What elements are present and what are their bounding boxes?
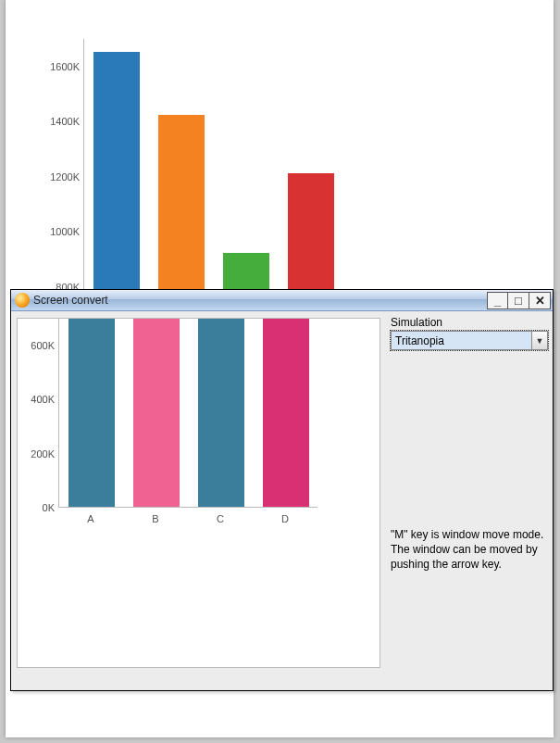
chart-bar — [263, 319, 309, 507]
simulation-label: Simulation — [391, 316, 548, 329]
sim-chart-plot-area — [58, 319, 317, 508]
hint-text: "M" key is window move mode. The window … — [391, 527, 548, 573]
x-tick-label: D — [262, 513, 308, 524]
dialog-titlebar[interactable]: Screen convert _ □ ✕ — [11, 290, 553, 311]
simulation-combobox[interactable]: Tritanopia ▼ — [391, 331, 548, 350]
y-tick-label: 200K — [18, 448, 55, 460]
sim-chart-y-axis: 0K200K400K600K — [18, 319, 58, 508]
simulated-chart: 0K200K400K600K ABCD — [18, 319, 380, 667]
y-tick-label: 1400K — [43, 116, 80, 127]
x-tick-label: A — [68, 513, 114, 524]
dialog-title: Screen convert — [33, 294, 487, 307]
sim-chart-x-axis: ABCD — [58, 510, 317, 528]
y-tick-label: 1200K — [43, 171, 80, 183]
chevron-down-icon: ▼ — [531, 332, 547, 349]
maximize-button[interactable]: □ — [508, 292, 529, 309]
y-tick-label: 400K — [18, 394, 55, 405]
chart-bar — [133, 319, 180, 507]
y-tick-label: 1000K — [43, 226, 80, 237]
simulation-preview: 0K200K400K600K ABCD — [17, 318, 380, 668]
y-tick-label: 600K — [18, 340, 55, 351]
simulation-controls: Simulation Tritanopia ▼ — [391, 316, 548, 350]
y-tick-label: 0K — [18, 502, 55, 513]
x-tick-label: C — [197, 513, 243, 524]
close-button[interactable]: ✕ — [529, 292, 551, 309]
chart-bar — [198, 319, 244, 507]
app-icon — [15, 293, 30, 308]
y-tick-label: 1600K — [43, 61, 80, 72]
simulation-selected-value: Tritanopia — [392, 332, 531, 349]
dialog-body: 0K200K400K600K ABCD Simulation Tritanopi… — [11, 312, 553, 690]
x-tick-label: B — [132, 513, 179, 524]
minimize-button[interactable]: _ — [487, 292, 508, 309]
chart-bar — [68, 319, 115, 507]
screen-convert-dialog[interactable]: Screen convert _ □ ✕ 0K200K400K600K ABCD… — [10, 289, 554, 691]
